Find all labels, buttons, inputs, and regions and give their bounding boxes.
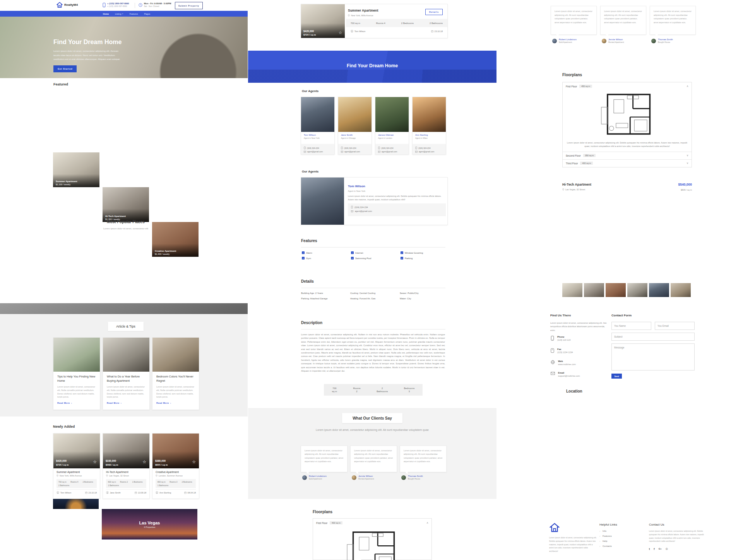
read-more-link[interactable]: Read More› [156, 402, 195, 404]
gallery-thumbnail[interactable] [649, 283, 669, 297]
agent-email[interactable]: agent@gmail.com [307, 150, 323, 153]
agent-phone[interactable]: (324) 324-234 [307, 147, 319, 149]
listing-name[interactable]: Hi-Tech Apartment [106, 471, 146, 473]
floorplan-row-third[interactable]: Third Floor400 sq m ∨ [563, 159, 692, 167]
article-card[interactable]: What to Do a Year Before Buying Apartmen… [103, 337, 150, 410]
favorite-star-icon[interactable]: ☆ [192, 459, 196, 464]
email-field[interactable] [655, 322, 695, 330]
facebook-icon[interactable]: f [654, 548, 654, 550]
agent-card[interactable]: Ann SterlingAgent in Milan (324) 324-234… [412, 97, 446, 155]
author-name[interactable]: Thomas Smith [658, 38, 673, 41]
checkbox-checked-icon[interactable]: ✓ [302, 251, 305, 254]
checkbox-checked-icon[interactable]: ✓ [302, 257, 305, 260]
favorite-star-icon[interactable]: ☆ [93, 459, 97, 464]
contact-value[interactable]: (123) 123 123 [557, 339, 570, 341]
feature-item[interactable]: ✓Gym [302, 257, 311, 260]
place-card-las-vegas[interactable]: Las Vegas 4 Properties [102, 509, 197, 540]
accordion-collapse-icon[interactable]: ∧ [687, 85, 688, 88]
gallery-thumbnail[interactable] [562, 283, 582, 297]
agent-card[interactable]: Jane SmithAgent in Chicago (324) 324-234… [338, 97, 372, 155]
contact-value[interactable]: www.mobirise.com [558, 363, 576, 365]
header-phone-secondary[interactable]: + (123) 1800-567-8990 [107, 5, 129, 7]
author-name[interactable]: Jennie Wilson [358, 475, 374, 477]
feature-item[interactable]: ✓Internet [351, 251, 363, 254]
agent-card[interactable]: Tom WilsonAgent in New York (324) 324-23… [301, 97, 335, 155]
agent-name[interactable]: Tom Wilson [304, 134, 332, 136]
checkbox-checked-icon[interactable]: ✓ [351, 257, 354, 260]
author-name[interactable]: Thomas Smith [408, 475, 423, 477]
floorplan-row-first[interactable]: First Floor400 sq m ∧ [313, 519, 431, 527]
submit-property-button[interactable]: Submit Property [175, 2, 203, 9]
gallery-thumbnail[interactable] [671, 283, 691, 297]
details-button[interactable]: Details [425, 9, 443, 15]
nav-item-pages[interactable]: Pages [144, 13, 150, 15]
instagram-icon[interactable]: ◎ [666, 547, 668, 550]
agent-phone[interactable]: (324) 324-234 [344, 147, 356, 149]
listing-agent[interactable]: Tom Wilson [354, 30, 365, 32]
property-detail-card[interactable]: $420,000 $734 / sq m ☆ Summer Apartment … [301, 4, 448, 38]
footer-link[interactable]: ›Info [599, 530, 606, 532]
author-name[interactable]: Robert Lindstrom [309, 475, 327, 477]
listing-agent[interactable]: Tom Wilson [60, 492, 71, 494]
agent-email[interactable]: agent@gmail.com [355, 210, 372, 212]
agent-email[interactable]: agent@gmail.com [419, 150, 434, 153]
gallery-thumbnail[interactable] [627, 283, 647, 297]
agent-email[interactable]: agent@gmail.com [382, 150, 397, 153]
checkbox-checked-icon[interactable]: ✓ [401, 251, 403, 254]
favorite-star-icon[interactable]: ☆ [142, 459, 146, 464]
author-name[interactable]: Jennie Wilson [608, 38, 624, 41]
listing-card[interactable]: $380,000 $654 / sq m ☆ Creative Apartmen… [152, 433, 199, 499]
floorplan-row-second[interactable]: Second Floor350 sq m ∨ [563, 152, 692, 159]
agent-name[interactable]: James Oldman [378, 134, 406, 136]
listing-card[interactable]: $330,000 $568 / sq m ☆ Hi-Tech Apartment… [103, 433, 150, 499]
checkbox-checked-icon[interactable]: ✓ [401, 257, 403, 260]
accordion-collapse-icon[interactable]: ∧ [426, 521, 428, 524]
nav-item-features[interactable]: Features [130, 13, 138, 15]
feature-item[interactable]: ✓Parking [401, 257, 413, 260]
listing-name[interactable]: Creative Apartment [156, 471, 196, 473]
get-started-button[interactable]: Get Started [53, 65, 77, 72]
googleplus-icon[interactable]: G+ [659, 548, 662, 550]
agent-email[interactable]: agent@gmail.com [344, 150, 360, 153]
gallery-thumbnail[interactable] [606, 283, 626, 297]
agent-name[interactable]: Ann Sterling [415, 134, 443, 136]
read-more-link[interactable]: Read More› [57, 402, 96, 404]
agent-phone[interactable]: (324) 324-234 [418, 147, 430, 149]
send-button[interactable]: Send [611, 374, 622, 379]
footer-link[interactable]: ›Features [599, 535, 612, 537]
name-field[interactable] [611, 322, 651, 330]
author-name[interactable]: Robert Lindstrom [559, 38, 577, 41]
favorite-star-icon[interactable]: ☆ [339, 31, 342, 35]
agent-name[interactable]: Jane Smith [341, 134, 369, 136]
nav-item-listing[interactable]: Listing▼ [115, 13, 123, 15]
featured-card[interactable]: Hi-Tech Apartment $1,300 / weekly [103, 187, 149, 222]
footer-link[interactable]: ›Help [599, 540, 607, 542]
feature-item[interactable]: ✓Window Covering [401, 251, 423, 254]
listing-name[interactable]: Summer Apartment [56, 471, 97, 473]
nav-item-home[interactable]: Home [103, 13, 109, 15]
floorplan-row-first[interactable]: First Floor450 sq m ∧ [563, 82, 692, 90]
feature-item[interactable]: ✓Swimming Pool [351, 257, 371, 260]
contact-value[interactable]: support@mobirise.com [558, 375, 580, 377]
message-field[interactable] [611, 343, 695, 370]
listing-card[interactable]: $420,000 $734 / sq m ☆ Summer Apartment … [53, 433, 100, 499]
article-card[interactable]: Bedroom Colors You'll Never Regret Lorem… [152, 337, 199, 410]
agent-card[interactable]: James OldmanAgent in London (324) 324-23… [375, 97, 409, 155]
featured-card[interactable]: Summer Apartment $1,100 / weekly [53, 152, 99, 187]
read-more-link[interactable]: Read More› [107, 402, 146, 404]
footer-logo-icon[interactable] [550, 522, 560, 533]
agent-phone[interactable]: (324) 324-234 [354, 206, 368, 208]
agent-phone[interactable]: (324) 324-234 [381, 147, 393, 149]
header-phone-primary[interactable]: + (123) 1800-567-8990 [107, 2, 129, 5]
accordion-expand-icon[interactable]: ∨ [687, 162, 688, 165]
agent-name[interactable]: Tom Wilson [348, 184, 365, 188]
gallery-thumbnail[interactable] [584, 283, 604, 297]
checkbox-checked-icon[interactable]: ✓ [351, 251, 354, 254]
footer-link[interactable]: ›Contacts [599, 545, 612, 547]
feature-item[interactable]: ✓Alarm [302, 251, 312, 254]
article-card[interactable]: Tips to Help You Finding New Home Lorem … [53, 337, 100, 410]
accordion-expand-icon[interactable]: ∨ [687, 154, 688, 157]
twitter-icon[interactable]: t [649, 548, 650, 550]
logo[interactable]: RealtyM4 [56, 2, 78, 8]
listing-agent[interactable]: Jane Smith [110, 492, 121, 494]
